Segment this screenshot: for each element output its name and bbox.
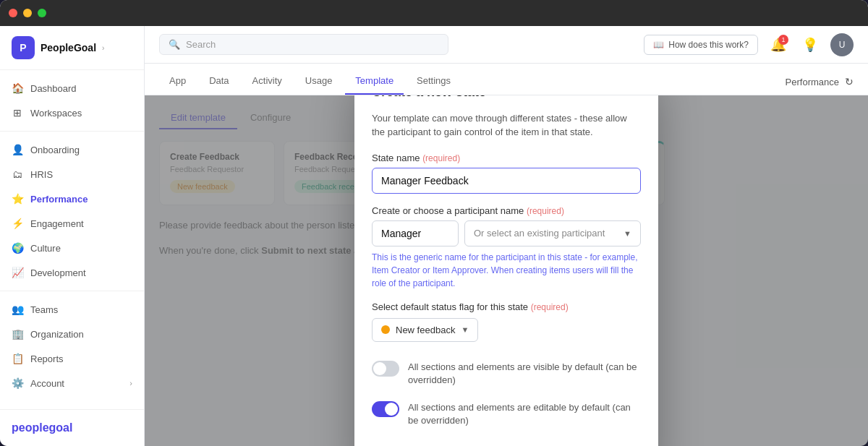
subnav-item-settings[interactable]: Settings (407, 68, 461, 95)
sidebar-item-development[interactable]: 📈 Development (0, 260, 144, 285)
status-dot (381, 325, 390, 334)
sidebar-label-account: Account (30, 378, 64, 389)
status-section: Select default status flag for this stat… (372, 301, 641, 342)
refresh-icon[interactable]: ↻ (845, 76, 854, 87)
sidebar-brand: PeopleGoal (41, 42, 96, 53)
toggle-editable[interactable] (372, 401, 399, 417)
sidebar-section-bottom: 👥 Teams 🏢 Organization 📋 Reports ⚙️ Acco… (0, 291, 144, 395)
app-window: P PeopleGoal › 🏠 Dashboard ⊞ Workspaces … (0, 0, 868, 446)
sidebar-label-onboarding: Onboarding (30, 145, 80, 155)
sidebar-nav: 🏠 Dashboard ⊞ Workspaces 👤 Onboarding 🗂 … (0, 70, 144, 409)
lightbulb-button[interactable]: 💡 (799, 33, 822, 56)
participant-select-placeholder: Or select an existing participant (474, 228, 605, 239)
modal-overlay: Create a new state ✕ Your template can m… (145, 95, 868, 446)
sidebar-footer: peoplegoal (0, 409, 144, 446)
subnav-item-data[interactable]: Data (199, 68, 239, 95)
sidebar-label-culture: Culture (30, 243, 61, 254)
sidebar-label-reports: Reports (30, 353, 64, 364)
sidebar-item-dashboard[interactable]: 🏠 Dashboard (0, 76, 144, 100)
hris-icon: 🗂 (12, 168, 23, 180)
sidebar-label-engagement: Engagement (30, 218, 84, 229)
sidebar-item-account[interactable]: ⚙️ Account › (0, 371, 144, 395)
sidebar-item-reports[interactable]: 📋 Reports (0, 346, 144, 371)
search-input[interactable]: Search (186, 39, 216, 50)
modal-description: Your template can move through different… (372, 111, 641, 140)
account-chevron-icon: › (129, 379, 132, 387)
user-avatar[interactable]: U (830, 33, 854, 56)
book-icon: 📖 (653, 40, 664, 50)
modal-body: Your template can move through different… (354, 111, 658, 446)
chevron-down-icon: ▼ (624, 229, 631, 238)
toggle-editable-row: All sections and elements are editable b… (372, 394, 641, 434)
toggle-thumb (373, 362, 386, 375)
sub-nav: App Data Activity Usage Template Setting… (145, 64, 868, 95)
status-dropdown[interactable]: New feedback ▼ (372, 318, 478, 342)
sidebar-label-hris: HRIS (30, 169, 53, 180)
maximize-dot[interactable] (38, 9, 46, 17)
sidebar-item-engagement[interactable]: ⚡ Engagement (0, 211, 144, 236)
onboarding-icon: 👤 (12, 144, 23, 155)
state-name-required: (required) (422, 153, 460, 163)
participant-select-dropdown[interactable]: Or select an existing participant ▼ (464, 220, 641, 246)
toggle-visible[interactable] (372, 361, 399, 377)
sidebar-header[interactable]: P PeopleGoal › (0, 26, 144, 70)
state-name-input[interactable] (372, 168, 641, 194)
culture-icon: 🌍 (12, 242, 23, 254)
sidebar-label-development: Development (30, 267, 86, 278)
footer-brand: peoplegoal (12, 421, 132, 434)
status-label: Select default status flag for this stat… (372, 301, 641, 312)
subnav-item-usage[interactable]: Usage (295, 68, 343, 95)
notification-button[interactable]: 🔔 1 (767, 33, 790, 56)
sidebar-label-teams: Teams (30, 304, 58, 315)
search-icon: 🔍 (169, 39, 180, 50)
subnav-item-activity[interactable]: Activity (242, 68, 292, 95)
footer-goal: goal (49, 421, 73, 434)
topbar: 🔍 Search 📖 How does this work? 🔔 1 💡 (145, 26, 868, 64)
organization-icon: 🏢 (12, 328, 23, 340)
participant-name-group: Create or choose a participant name (req… (372, 205, 641, 290)
performance-icon: ⭐ (12, 193, 23, 205)
dashboard-icon: 🏠 (12, 82, 23, 94)
how-btn-label: How does this work? (668, 40, 749, 50)
topbar-right: 📖 How does this work? 🔔 1 💡 U (644, 33, 854, 56)
footer-people: people (12, 421, 49, 434)
sidebar-item-workspaces[interactable]: ⊞ Workspaces (0, 100, 144, 125)
minimize-dot[interactable] (23, 9, 32, 17)
content-area: Edit template Configure Create Feedback (145, 95, 868, 446)
sidebar-label-workspaces: Workspaces (30, 108, 82, 119)
toggle-visible-row: All sections and elements are visible by… (372, 353, 641, 394)
development-icon: 📈 (12, 267, 23, 278)
toggle-editable-label: All sections and elements are editable b… (408, 401, 641, 427)
modal-close-button[interactable]: ✕ (630, 95, 641, 98)
sidebar-logo: P (12, 36, 35, 59)
participant-row: Or select an existing participant ▼ (372, 220, 641, 246)
sidebar-label-dashboard: Dashboard (30, 83, 77, 94)
sidebar-chevron-icon: › (102, 44, 104, 52)
sidebar-section-apps: 👤 Onboarding 🗂 HRIS ⭐ Performance ⚡ Enga… (0, 131, 144, 285)
close-dot[interactable] (9, 9, 17, 17)
search-box[interactable]: 🔍 Search (159, 34, 448, 55)
subnav-item-template[interactable]: Template (345, 68, 404, 95)
sidebar-item-onboarding[interactable]: 👤 Onboarding (0, 137, 144, 162)
state-name-label: State name (required) (372, 153, 641, 163)
toggle-visible-label: All sections and elements are visible by… (408, 361, 641, 387)
performance-context-label: Performance ↻ (786, 76, 854, 87)
title-bar (0, 0, 868, 26)
modal-header: Create a new state ✕ (354, 95, 658, 111)
sidebar-label-organization: Organization (30, 329, 84, 340)
how-does-this-work-button[interactable]: 📖 How does this work? (644, 35, 758, 55)
reports-icon: 📋 (12, 353, 23, 364)
participant-name-label: Create or choose a participant name (req… (372, 205, 641, 216)
main-content: 🔍 Search 📖 How does this work? 🔔 1 💡 (145, 26, 868, 446)
sidebar-item-hris[interactable]: 🗂 HRIS (0, 162, 144, 186)
participant-name-input[interactable] (372, 220, 459, 246)
subnav-item-app[interactable]: App (159, 68, 196, 95)
sidebar-label-performance: Performance (30, 194, 88, 205)
sidebar-item-performance[interactable]: ⭐ Performance (0, 186, 144, 211)
sidebar-item-teams[interactable]: 👥 Teams (0, 297, 144, 322)
participant-hint: This is the generic name for the partici… (372, 251, 641, 290)
account-icon: ⚙️ (12, 377, 23, 389)
sidebar-item-culture[interactable]: 🌍 Culture (0, 236, 144, 260)
participant-required: (required) (527, 206, 564, 216)
sidebar-item-organization[interactable]: 🏢 Organization (0, 322, 144, 346)
